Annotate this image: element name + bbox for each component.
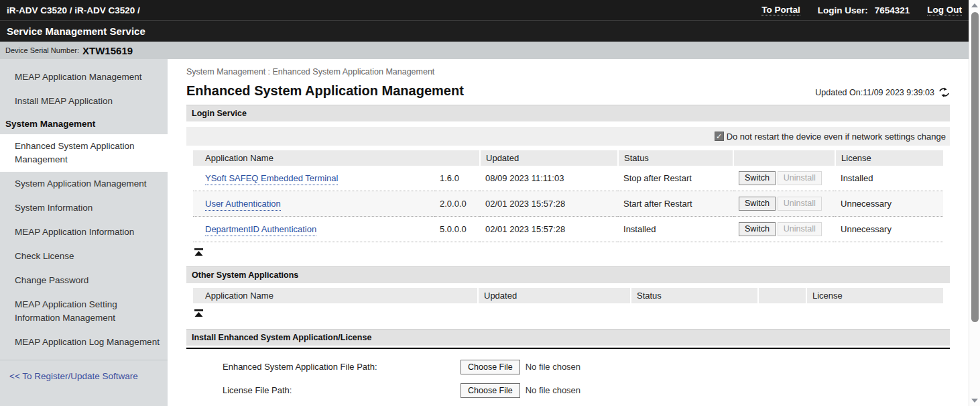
app-status: Start after Restart <box>618 191 733 217</box>
serial-label: Device Serial Number: <box>5 46 79 54</box>
file-status-license: No file chosen <box>526 383 580 395</box>
scrollbar-track[interactable] <box>969 11 980 395</box>
col-actions <box>733 150 835 166</box>
app-status: Installed <box>618 217 733 242</box>
sms-window: iR-ADV C3520 / iR-ADV C3520 / To Portal … <box>0 0 980 406</box>
col-application-name: Application Name <box>193 150 480 166</box>
col-license: License <box>806 288 943 303</box>
choose-file-button-license[interactable]: Choose File <box>461 383 520 398</box>
section-other-system-applications: Other System Applications <box>186 266 950 283</box>
col-updated: Updated <box>480 150 618 166</box>
app-license: Unnecessary <box>835 217 943 242</box>
app-link-departmentid-authentication[interactable]: DepartmentID Authentication <box>205 224 316 236</box>
uninstall-button: Uninstall <box>778 171 822 185</box>
sidebar-item-change-password[interactable]: Change Password <box>0 268 168 293</box>
app-link-user-authentication[interactable]: User Authentication <box>205 199 281 211</box>
col-status: Status <box>618 150 733 166</box>
refresh-icon[interactable] <box>938 87 950 97</box>
table-row: YSoft SAFEQ Embedded Terminal 1.6.0 08/0… <box>193 166 943 191</box>
serial-value: XTW15619 <box>82 45 133 56</box>
scroll-to-top-icon[interactable] <box>194 307 203 319</box>
table-header-row: Application Name Updated Status License <box>193 150 943 166</box>
switch-button[interactable]: Switch <box>739 171 776 185</box>
scrollbar-down-arrow[interactable] <box>969 395 980 406</box>
serial-bar: Device Serial Number: XTW15619 <box>0 42 969 59</box>
switch-button[interactable]: Switch <box>739 197 776 211</box>
to-portal-link[interactable]: To Portal <box>761 5 800 15</box>
uninstall-button: Uninstall <box>778 222 822 236</box>
scroll-to-top-icon[interactable] <box>194 246 203 258</box>
breadcrumb: System Management : Enhanced System Appl… <box>186 59 950 77</box>
app-updated: 08/09 2023 11:11:03 <box>480 166 618 191</box>
sidebar: MEAP Application Management Install MEAP… <box>0 59 168 406</box>
col-updated: Updated <box>478 288 631 303</box>
app-title-bar: Service Management Service <box>0 20 969 42</box>
login-user-label: Login User: <box>818 5 868 15</box>
other-apps-table: Application Name Updated Status License <box>193 288 943 303</box>
col-spacer <box>758 288 806 303</box>
app-updated: 02/01 2023 15:57:28 <box>480 217 618 242</box>
app-version: 2.0.0.0 <box>434 191 480 217</box>
do-not-restart-label: Do not restart the device even if networ… <box>727 132 946 142</box>
login-user-value: 7654321 <box>875 5 910 15</box>
main-content: System Management : Enhanced System Appl… <box>168 59 969 406</box>
sidebar-item-meap-application-log-management[interactable]: MEAP Application Log Management <box>0 330 168 354</box>
table-row: User Authentication 2.0.0.0 02/01 2023 1… <box>193 191 943 217</box>
sidebar-item-meap-application-information[interactable]: MEAP Application Information <box>0 220 168 244</box>
sidebar-item-check-license[interactable]: Check License <box>0 244 168 268</box>
app-version: 1.6.0 <box>434 166 480 191</box>
uninstall-button: Uninstall <box>778 197 822 211</box>
switch-button[interactable]: Switch <box>739 222 776 236</box>
scrollbar-up-arrow[interactable] <box>969 0 980 11</box>
col-application-name: Application Name <box>193 288 478 303</box>
file-status-application: No file chosen <box>526 360 580 372</box>
sidebar-item-enhanced-system-application-management[interactable]: Enhanced System Application Management <box>0 134 168 172</box>
top-device-bar: iR-ADV C3520 / iR-ADV C3520 / To Portal … <box>0 0 969 20</box>
app-version: 5.0.0.0 <box>434 217 480 242</box>
choose-file-button-application[interactable]: Choose File <box>461 360 520 374</box>
app-title: Service Management Service <box>7 26 145 37</box>
app-updated: 02/01 2023 15:57:28 <box>480 191 618 217</box>
section-login-service: Login Service <box>186 105 950 121</box>
page: iR-ADV C3520 / iR-ADV C3520 / To Portal … <box>0 0 969 406</box>
enhanced-app-file-path-label: Enhanced System Application File Path: <box>223 360 461 372</box>
app-link-ysoft-safeq[interactable]: YSoft SAFEQ Embedded Terminal <box>205 173 338 185</box>
login-service-table: Application Name Updated Status License … <box>193 150 943 242</box>
sidebar-item-system-information[interactable]: System Information <box>0 196 168 220</box>
vertical-scrollbar[interactable] <box>969 0 980 406</box>
sidebar-item-meap-application-management[interactable]: MEAP Application Management <box>0 65 168 89</box>
col-license: License <box>835 150 943 166</box>
section-install-enhanced-system-application: Install Enhanced System Application/Lice… <box>186 329 950 346</box>
table-header-row: Application Name Updated Status License <box>193 288 943 303</box>
updated-on-text: Updated On:11/09 2023 9:39:03 <box>815 88 934 97</box>
restart-checkbox-row: ✓ Do not restart the device even if netw… <box>186 127 950 146</box>
device-title: iR-ADV C3520 / iR-ADV C3520 / <box>7 5 140 15</box>
license-file-path-label: License File Path: <box>223 383 461 395</box>
login-user: Login User: 7654321 <box>818 5 910 15</box>
to-register-update-software-link[interactable]: << To Register/Update Software <box>0 360 168 387</box>
do-not-restart-checkbox[interactable]: ✓ <box>715 132 724 141</box>
sidebar-item-meap-application-setting-information-management[interactable]: MEAP Application Setting Information Man… <box>0 293 168 330</box>
sidebar-item-install-meap-application[interactable]: Install MEAP Application <box>0 89 168 113</box>
app-status: Stop after Restart <box>618 166 733 191</box>
logout-link[interactable]: Log Out <box>927 5 962 15</box>
app-license: Unnecessary <box>835 191 943 217</box>
scrollbar-thumb[interactable] <box>971 12 979 322</box>
app-license: Installed <box>835 166 943 191</box>
table-row: DepartmentID Authentication 5.0.0.0 02/0… <box>193 217 943 242</box>
sidebar-item-system-application-management[interactable]: System Application Management <box>0 172 168 196</box>
col-status: Status <box>631 288 758 303</box>
install-form: Enhanced System Application File Path: C… <box>186 349 950 406</box>
sidebar-section-system-management: System Management <box>0 113 168 134</box>
page-title: Enhanced System Application Management <box>186 83 464 99</box>
